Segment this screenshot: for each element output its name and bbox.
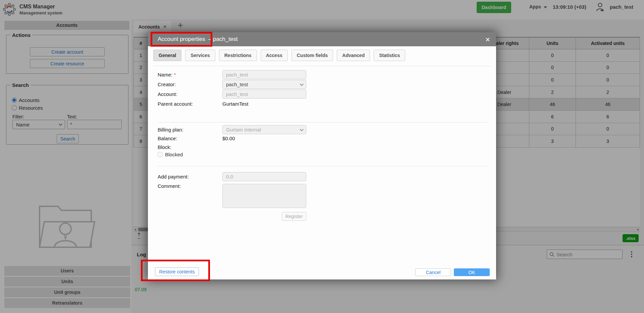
dialog-tabs: General Services Restrictions Access Cus…: [153, 50, 491, 66]
comment-textarea[interactable]: [222, 184, 306, 208]
add-payment-label: Add payment:: [158, 174, 189, 179]
name-field[interactable]: [222, 70, 306, 79]
chevron-down-icon: [300, 82, 304, 86]
account-field[interactable]: [222, 90, 306, 99]
chevron-down-icon: [300, 127, 304, 131]
restore-contents-button[interactable]: Restore contents: [155, 267, 199, 276]
ok-button[interactable]: OK: [454, 268, 490, 276]
billing-plan-select-value: Gurtam Internal: [226, 127, 261, 133]
dialog-tab-restrictions[interactable]: Restrictions: [219, 50, 257, 61]
dialog-title-main: Account properties: [158, 36, 205, 43]
parent-account-label: Parent account:: [158, 101, 193, 107]
dialog-title-rest: – pach_test: [208, 36, 238, 43]
dialog-close-icon[interactable]: ×: [485, 35, 490, 44]
blocked-checkbox-label: Blocked: [165, 152, 183, 157]
parent-account-value: GurtamTest: [222, 101, 249, 107]
billing-plan-label: Billing plan:: [158, 127, 183, 133]
cancel-button[interactable]: Cancel: [415, 268, 451, 276]
balance-value: $0.00: [222, 136, 235, 141]
balance-label: Balance:: [158, 136, 177, 141]
blocked-checkbox[interactable]: [158, 152, 163, 157]
add-payment-field[interactable]: [222, 172, 306, 181]
dialog-tab-custom-fields[interactable]: Custom fields: [291, 50, 333, 61]
dialog-tab-advanced[interactable]: Advanced: [337, 50, 370, 61]
dialog-tab-statistics[interactable]: Statistics: [374, 50, 405, 61]
name-label: Name:*: [158, 72, 176, 77]
creator-select[interactable]: pach_test: [222, 80, 306, 89]
form-divider: [158, 166, 487, 166]
dialog-tab-general[interactable]: General: [153, 50, 181, 61]
billing-plan-select[interactable]: Gurtam Internal: [222, 125, 306, 134]
dialog-tab-access[interactable]: Access: [261, 50, 288, 61]
blocked-checkbox-row[interactable]: Blocked: [158, 152, 183, 157]
dialog-tab-services[interactable]: Services: [185, 50, 215, 61]
block-label: Block:: [158, 144, 171, 150]
dialog-titlebar: Account properties – pach_test: [148, 32, 496, 46]
required-asterisk: *: [174, 72, 176, 77]
register-button[interactable]: Register: [282, 212, 306, 221]
form-divider: [158, 122, 487, 122]
comment-label: Comment:: [158, 183, 181, 189]
account-label: Account:: [158, 91, 177, 97]
creator-label: Creator:: [158, 82, 176, 87]
creator-select-value: pach_test: [226, 82, 248, 87]
account-properties-dialog: Account properties – pach_test × General…: [148, 32, 496, 279]
